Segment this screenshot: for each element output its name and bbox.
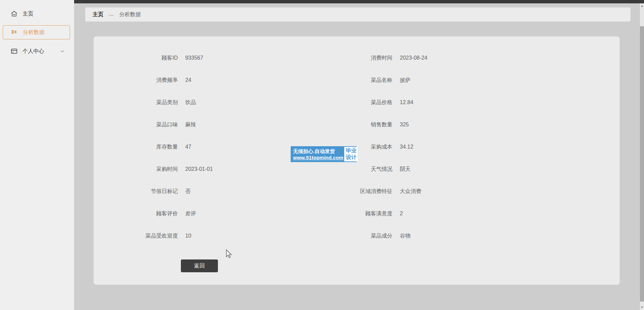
watermark-banner: 无须担心.自动发货 www.51topmind.com 毕业 设计 bbox=[291, 146, 357, 162]
field-label: 顾客评价 bbox=[94, 210, 178, 217]
field-value: 34.12 bbox=[400, 144, 413, 150]
scrollbar-thumb[interactable] bbox=[640, 26, 644, 302]
field-value: 10 bbox=[185, 233, 191, 239]
detail-row: 消费时间2023-08-24 bbox=[308, 47, 427, 69]
field-label: 菜品类别 bbox=[94, 99, 178, 106]
field-label: 节假日标记 bbox=[94, 188, 178, 195]
field-label: 库存数量 bbox=[94, 144, 178, 151]
sidebar-item-home[interactable]: 主页 bbox=[0, 7, 74, 21]
field-value: 披萨 bbox=[400, 77, 411, 84]
watermark-line1: 无须担心.自动发货 bbox=[293, 148, 343, 154]
field-value: 933567 bbox=[185, 55, 203, 61]
breadcrumb-separator: — bbox=[109, 12, 114, 18]
data-icon bbox=[11, 29, 18, 36]
top-dark-strip bbox=[74, 0, 644, 3]
field-label: 菜品受欢迎度 bbox=[94, 232, 178, 240]
sidebar: 主页 分析数据 个人中心 bbox=[0, 0, 74, 310]
field-value: 24 bbox=[185, 77, 191, 83]
detail-row: 菜品名称披萨 bbox=[308, 69, 427, 91]
field-value: 差评 bbox=[185, 210, 196, 217]
sidebar-item-label: 个人中心 bbox=[23, 48, 44, 55]
detail-row: 采购时间2023-01-01 bbox=[94, 158, 213, 180]
field-value: 2023-01-01 bbox=[185, 166, 213, 172]
field-label: 菜品价格 bbox=[308, 99, 392, 106]
detail-row: 菜品口味麻辣 bbox=[94, 114, 213, 136]
detail-row: 顾客评价差评 bbox=[94, 203, 213, 225]
scroll-down-arrow-icon[interactable]: ▼ bbox=[640, 305, 644, 310]
detail-row: 区域消费特征大众消费 bbox=[308, 180, 427, 203]
detail-row: 销售数量325 bbox=[308, 114, 427, 136]
breadcrumb: 主页 — 分析数据 bbox=[85, 7, 631, 22]
breadcrumb-current: 分析数据 bbox=[119, 11, 141, 18]
sidebar-item-label: 分析数据 bbox=[23, 29, 44, 36]
field-label: 菜品成分 bbox=[308, 232, 392, 240]
home-icon bbox=[10, 10, 18, 18]
watermark-badge: 毕业 设计 bbox=[344, 147, 358, 161]
detail-column-left: 顾客ID933567消费频率24菜品类别饮品菜品口味麻辣库存数量47采购时间20… bbox=[94, 47, 213, 247]
field-label: 消费时间 bbox=[308, 55, 392, 62]
field-label: 销售数量 bbox=[308, 121, 392, 128]
detail-row: 菜品类别饮品 bbox=[94, 91, 213, 114]
field-label: 天气情况 bbox=[308, 166, 392, 173]
detail-row: 顾客ID933567 bbox=[94, 47, 213, 69]
detail-row: 菜品价格12.84 bbox=[308, 91, 427, 114]
field-label: 菜品名称 bbox=[308, 77, 392, 84]
vertical-scrollbar[interactable]: ▲ ▼ bbox=[640, 3, 644, 310]
detail-row: 菜品受欢迎度10 bbox=[94, 225, 213, 247]
field-value: 47 bbox=[185, 144, 191, 150]
bank-card-icon bbox=[10, 48, 18, 55]
field-value: 大众消费 bbox=[400, 188, 421, 195]
sidebar-item-profile[interactable]: 个人中心 bbox=[0, 44, 74, 58]
field-value: 谷物 bbox=[400, 232, 411, 240]
field-value: 2 bbox=[400, 211, 403, 217]
sidebar-item-label: 主页 bbox=[23, 10, 33, 18]
watermark-text: 无须担心.自动发货 www.51topmind.com bbox=[291, 146, 343, 162]
field-label: 消费频率 bbox=[94, 77, 178, 84]
field-label: 采购时间 bbox=[94, 166, 178, 173]
field-value: 12.84 bbox=[400, 99, 413, 105]
field-value: 麻辣 bbox=[185, 121, 196, 128]
field-label: 顾客满意度 bbox=[308, 210, 392, 217]
field-label: 菜品口味 bbox=[94, 121, 178, 128]
detail-row: 消费频率24 bbox=[94, 69, 213, 91]
detail-row: 节假日标记否 bbox=[94, 180, 213, 203]
field-label: 区域消费特征 bbox=[308, 188, 392, 195]
field-label: 顾客ID bbox=[94, 55, 178, 62]
field-value: 否 bbox=[185, 188, 191, 195]
breadcrumb-home-link[interactable]: 主页 bbox=[93, 11, 103, 18]
sidebar-item-analyze-data[interactable]: 分析数据 bbox=[3, 25, 70, 39]
watermark-url: www.51topmind.com bbox=[293, 154, 343, 161]
back-button[interactable]: 返回 bbox=[181, 259, 218, 272]
field-value: 饮品 bbox=[185, 99, 196, 106]
field-value: 阴天 bbox=[400, 166, 411, 173]
detail-row: 顾客满意度2 bbox=[308, 203, 427, 225]
field-value: 2023-08-24 bbox=[400, 55, 427, 61]
detail-row: 菜品成分谷物 bbox=[308, 225, 427, 247]
field-value: 325 bbox=[400, 122, 409, 128]
detail-row: 库存数量47 bbox=[94, 136, 213, 158]
scroll-up-arrow-icon[interactable]: ▲ bbox=[640, 3, 644, 9]
chevron-down-icon bbox=[60, 49, 65, 54]
